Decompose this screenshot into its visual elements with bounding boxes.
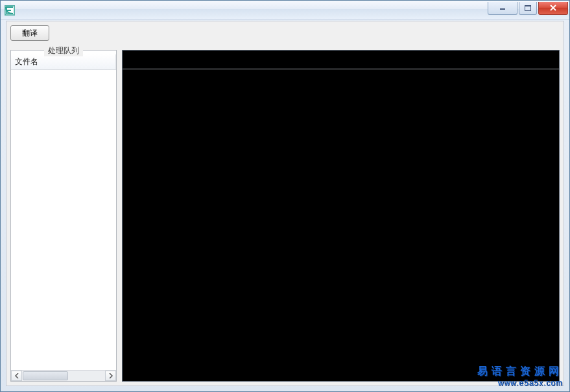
app-icon	[5, 5, 15, 16]
app-window: 翻译 处理队列 文件名	[0, 0, 570, 392]
svg-rect-2	[500, 8, 505, 10]
toolbar: 翻译	[6, 21, 564, 42]
close-icon	[549, 5, 557, 11]
scroll-left-button[interactable]	[11, 371, 22, 381]
queue-horizontal-scrollbar[interactable]	[11, 370, 116, 381]
minimize-icon	[499, 5, 506, 10]
svg-rect-4	[525, 5, 531, 6]
queue-list-header: 文件名	[11, 54, 116, 70]
maximize-button[interactable]	[519, 2, 537, 15]
preview-pane	[122, 50, 560, 382]
queue-column-filename[interactable]: 文件名	[11, 54, 116, 69]
scroll-track[interactable]	[22, 371, 105, 381]
chevron-left-icon	[15, 373, 19, 378]
queue-panel: 处理队列 文件名	[10, 50, 117, 382]
scroll-right-button[interactable]	[105, 371, 116, 381]
minimize-button[interactable]	[488, 2, 517, 15]
window-controls	[488, 2, 568, 15]
maximize-icon	[525, 5, 531, 11]
queue-list-body[interactable]	[11, 70, 116, 370]
content-area: 处理队列 文件名	[10, 46, 560, 382]
client-area: 翻译 处理队列 文件名	[6, 21, 564, 386]
chevron-right-icon	[109, 373, 113, 378]
scroll-thumb[interactable]	[23, 371, 68, 380]
titlebar[interactable]	[1, 1, 569, 20]
queue-legend: 处理队列	[44, 45, 83, 56]
translate-button[interactable]: 翻译	[10, 25, 49, 41]
close-button[interactable]	[538, 2, 568, 15]
preview-divider-line	[123, 69, 559, 69]
